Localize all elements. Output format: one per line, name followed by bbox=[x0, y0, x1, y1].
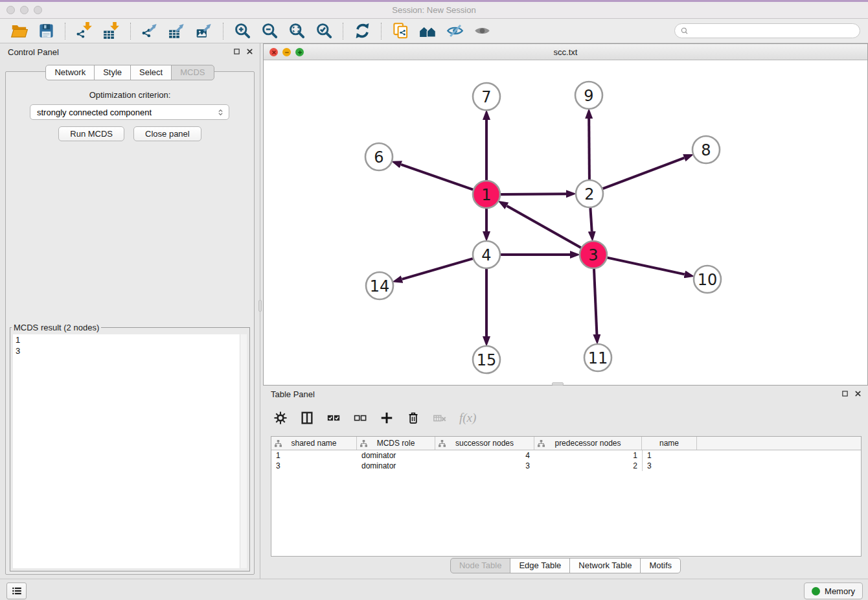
float-panel-icon[interactable] bbox=[233, 48, 240, 55]
table-row[interactable]: 1dominator411 bbox=[271, 450, 861, 461]
import-network-button[interactable] bbox=[74, 21, 94, 41]
zoom-out-button[interactable] bbox=[260, 21, 279, 41]
zoom-selected-icon bbox=[315, 22, 333, 40]
run-mcds-button[interactable]: Run MCDS bbox=[58, 126, 124, 141]
table-options-button[interactable] bbox=[272, 410, 289, 426]
table-cell[interactable]: 1 bbox=[534, 450, 642, 461]
network-view-window: scc.txt 7968124314101511 bbox=[263, 43, 868, 386]
column-header-filler bbox=[697, 437, 861, 450]
select-all-rows-button[interactable] bbox=[325, 410, 342, 426]
zoom-in-button[interactable] bbox=[233, 21, 252, 41]
add-column-button[interactable] bbox=[378, 410, 395, 426]
deselect-all-rows-button[interactable] bbox=[352, 410, 369, 426]
graph-edge-2-8[interactable] bbox=[603, 158, 685, 189]
graph-node-8[interactable]: 8 bbox=[692, 136, 720, 163]
graph-edge-3-1[interactable] bbox=[507, 206, 580, 248]
graph-node-label: 15 bbox=[477, 351, 497, 369]
tab-select[interactable]: Select bbox=[130, 65, 172, 80]
network-canvas[interactable]: 7968124314101511 bbox=[264, 60, 867, 385]
deselect-all-rows-icon bbox=[353, 411, 367, 425]
column-header[interactable]: successor nodes bbox=[435, 437, 534, 450]
import-table-button[interactable] bbox=[102, 21, 121, 41]
export-image-button[interactable] bbox=[194, 21, 214, 41]
memory-button[interactable]: Memory bbox=[804, 583, 863, 599]
graph-node-3[interactable]: 3 bbox=[580, 241, 607, 268]
export-network-button[interactable] bbox=[140, 21, 159, 41]
delete-column-button[interactable] bbox=[405, 410, 422, 426]
table-cell[interactable]: 3 bbox=[435, 461, 534, 471]
graph-edge-3-11[interactable] bbox=[594, 269, 597, 334]
clone-network-button[interactable] bbox=[391, 21, 410, 41]
mcds-result-list: 13 bbox=[13, 334, 247, 568]
graph-node-15[interactable]: 15 bbox=[473, 346, 500, 373]
zoom-fit-button[interactable] bbox=[287, 21, 306, 41]
vertical-splitter-grip[interactable] bbox=[258, 300, 262, 312]
tab-mcds[interactable]: MCDS bbox=[171, 65, 214, 80]
graph-node-1[interactable]: 1 bbox=[473, 181, 500, 208]
memory-status-dot bbox=[812, 587, 820, 595]
graph-edge-4-14[interactable] bbox=[402, 259, 473, 279]
table-cell[interactable]: 3 bbox=[271, 461, 357, 471]
select-spinner-icon bbox=[216, 108, 225, 117]
close-panel-icon[interactable] bbox=[246, 48, 253, 55]
graph-node-2[interactable]: 2 bbox=[576, 180, 603, 207]
zoom-in-icon bbox=[234, 22, 251, 40]
column-header[interactable]: name bbox=[642, 437, 697, 450]
table-row[interactable]: 3dominator323 bbox=[271, 461, 861, 471]
table-cell[interactable]: 1 bbox=[271, 450, 357, 461]
zoom-selected-button[interactable] bbox=[314, 21, 334, 41]
table-tab-node-table[interactable]: Node Table bbox=[450, 558, 511, 573]
graph-edge-2-3[interactable] bbox=[590, 208, 591, 231]
show-all-button[interactable] bbox=[472, 21, 492, 41]
table-cell[interactable]: 2 bbox=[534, 461, 642, 471]
graph-edge-1-2[interactable] bbox=[501, 194, 566, 194]
column-header[interactable]: shared name bbox=[271, 437, 357, 450]
table-tab-network-table[interactable]: Network Table bbox=[569, 558, 641, 573]
tab-style[interactable]: Style bbox=[94, 65, 131, 80]
delete-table-button bbox=[431, 410, 448, 426]
graph-node-label: 8 bbox=[701, 141, 711, 159]
graph-node-14[interactable]: 14 bbox=[366, 272, 393, 299]
graph-node-4[interactable]: 4 bbox=[473, 241, 500, 268]
graph-edge-3-10[interactable] bbox=[608, 258, 685, 275]
tab-network[interactable]: Network bbox=[45, 65, 95, 80]
result-scrollbar[interactable] bbox=[240, 334, 247, 568]
graph-node-6[interactable]: 6 bbox=[365, 143, 393, 170]
table-cell[interactable]: 4 bbox=[435, 450, 534, 461]
column-namespace-icon bbox=[360, 440, 367, 447]
node-table: shared nameMCDS rolesuccessor nodesprede… bbox=[271, 436, 862, 557]
save-session-button[interactable] bbox=[36, 21, 56, 41]
graph-node-7[interactable]: 7 bbox=[473, 83, 500, 110]
float-panel-icon[interactable] bbox=[841, 390, 849, 397]
hide-selected-button[interactable] bbox=[445, 21, 464, 41]
open-session-button[interactable] bbox=[9, 21, 29, 41]
table-tab-edge-table[interactable]: Edge Table bbox=[510, 558, 570, 573]
table-cell[interactable]: dominator bbox=[357, 450, 435, 461]
toolbar-separator bbox=[130, 23, 131, 40]
table-cell[interactable]: 3 bbox=[642, 461, 697, 471]
graph-node-11[interactable]: 11 bbox=[584, 344, 611, 371]
close-panel-button[interactable]: Close panel bbox=[133, 126, 201, 141]
graph-edge-2-9[interactable] bbox=[589, 119, 589, 179]
criterion-select[interactable]: strongly connected component bbox=[30, 104, 229, 120]
column-header[interactable]: MCDS role bbox=[357, 437, 435, 450]
export-table-button[interactable] bbox=[167, 21, 187, 41]
close-panel-icon[interactable] bbox=[854, 390, 862, 397]
mcds-result-box: MCDS result (2 nodes) 13 bbox=[10, 323, 250, 571]
table-tab-motifs[interactable]: Motifs bbox=[640, 558, 681, 573]
table-cell[interactable]: dominator bbox=[357, 461, 435, 471]
column-header[interactable]: predecessor nodes bbox=[534, 437, 642, 450]
table-cell[interactable]: 1 bbox=[642, 450, 697, 461]
show-columns-button[interactable] bbox=[299, 410, 315, 426]
graph-edge-1-6[interactable] bbox=[401, 165, 473, 190]
memory-label: Memory bbox=[825, 586, 855, 596]
table-toolbar: f(x) bbox=[272, 405, 477, 431]
first-neighbors-button[interactable] bbox=[418, 21, 437, 41]
graph-node-10[interactable]: 10 bbox=[694, 266, 721, 293]
apply-layout-button[interactable] bbox=[352, 21, 372, 41]
graph-node-9[interactable]: 9 bbox=[575, 82, 602, 109]
hide-selected-icon bbox=[446, 22, 464, 40]
search-box[interactable] bbox=[674, 23, 860, 38]
show-panels-button[interactable] bbox=[6, 583, 27, 599]
search-input[interactable] bbox=[692, 26, 854, 36]
